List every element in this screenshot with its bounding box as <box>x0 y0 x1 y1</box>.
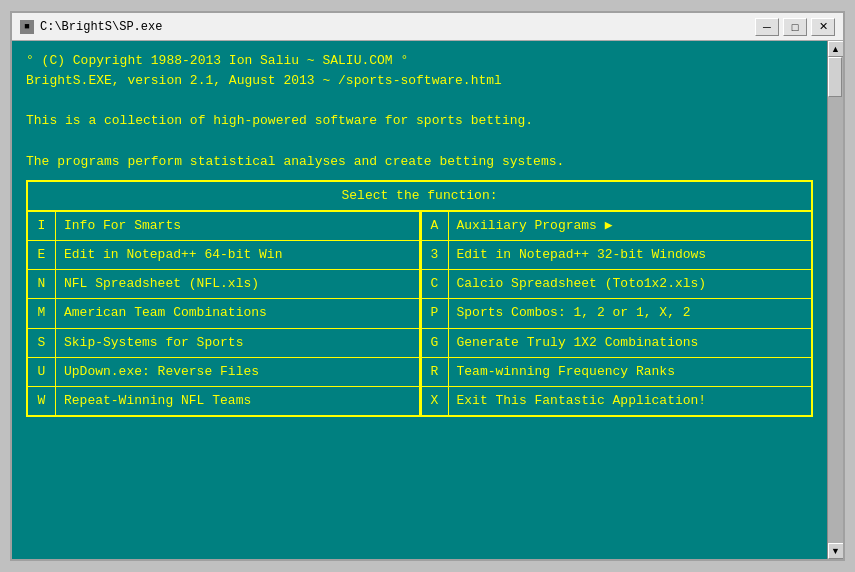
title-bar-left: ■ C:\BrightS\SP.exe <box>20 20 162 34</box>
menu-label-generate[interactable]: Generate Truly 1X2 Combinations <box>449 329 812 357</box>
menu-label-exit[interactable]: Exit This Fantastic Application! <box>449 387 812 415</box>
menu-label-nfl[interactable]: NFL Spreadsheet (NFL.xls) <box>56 270 419 298</box>
menu-label-american[interactable]: American Team Combinations <box>56 299 419 327</box>
menu-key-G[interactable]: G <box>421 329 449 357</box>
menu-box: Select the function: I Info For Smarts A… <box>26 180 813 417</box>
menu-label-info[interactable]: Info For Smarts <box>56 212 419 240</box>
menu-label-skip[interactable]: Skip-Systems for Sports <box>56 329 419 357</box>
close-button[interactable]: ✕ <box>811 18 835 36</box>
blank-line1 <box>26 91 813 111</box>
menu-row-6: W Repeat-Winning NFL Teams X Exit This F… <box>28 387 811 415</box>
collection-line: This is a collection of high-powered sof… <box>26 111 813 131</box>
copyright-line: ° (C) Copyright 1988-2013 Ion Saliu ~ SA… <box>26 51 813 71</box>
menu-key-P[interactable]: P <box>421 299 449 327</box>
menu-key-M[interactable]: M <box>28 299 56 327</box>
window-title: C:\BrightS\SP.exe <box>40 20 162 34</box>
version-line: BrightS.EXE, version 2.1, August 2013 ~ … <box>26 71 813 91</box>
scroll-track[interactable] <box>828 57 843 543</box>
menu-key-W[interactable]: W <box>28 387 56 415</box>
menu-row-1: E Edit in Notepad++ 64-bit Win 3 Edit in… <box>28 241 811 270</box>
menu-row-0: I Info For Smarts A Auxiliary Programs ▶ <box>28 212 811 241</box>
menu-label-auxiliary[interactable]: Auxiliary Programs ▶ <box>449 212 812 240</box>
scroll-down-button[interactable]: ▼ <box>828 543 844 559</box>
menu-key-R[interactable]: R <box>421 358 449 386</box>
maximize-button[interactable]: □ <box>783 18 807 36</box>
scrollbar[interactable]: ▲ ▼ <box>827 41 843 559</box>
programs-line: The programs perform statistical analyse… <box>26 152 813 172</box>
title-bar-controls: ─ □ ✕ <box>755 18 835 36</box>
window-content: ° (C) Copyright 1988-2013 Ion Saliu ~ SA… <box>12 41 843 559</box>
menu-row-5: U UpDown.exe: Reverse Files R Team-winni… <box>28 358 811 387</box>
menu-row-4: S Skip-Systems for Sports G Generate Tru… <box>28 329 811 358</box>
menu-row-2: N NFL Spreadsheet (NFL.xls) C Calcio Spr… <box>28 270 811 299</box>
menu-key-A[interactable]: A <box>421 212 449 240</box>
menu-label-calcio[interactable]: Calcio Spreadsheet (Toto1x2.xls) <box>449 270 812 298</box>
menu-label-edit32[interactable]: Edit in Notepad++ 32-bit Windows <box>449 241 812 269</box>
window-icon: ■ <box>20 20 34 34</box>
minimize-button[interactable]: ─ <box>755 18 779 36</box>
menu-label-edit64[interactable]: Edit in Notepad++ 64-bit Win <box>56 241 419 269</box>
terminal-area: ° (C) Copyright 1988-2013 Ion Saliu ~ SA… <box>12 41 827 559</box>
menu-key-U[interactable]: U <box>28 358 56 386</box>
menu-key-N[interactable]: N <box>28 270 56 298</box>
blank-line2 <box>26 132 813 152</box>
title-bar: ■ C:\BrightS\SP.exe ─ □ ✕ <box>12 13 843 41</box>
menu-key-E[interactable]: E <box>28 241 56 269</box>
intro-block: ° (C) Copyright 1988-2013 Ion Saliu ~ SA… <box>26 51 813 172</box>
menu-key-C[interactable]: C <box>421 270 449 298</box>
menu-row-3: M American Team Combinations P Sports Co… <box>28 299 811 328</box>
menu-key-S[interactable]: S <box>28 329 56 357</box>
menu-key-3[interactable]: 3 <box>421 241 449 269</box>
menu-label-updown[interactable]: UpDown.exe: Reverse Files <box>56 358 419 386</box>
menu-label-sports-combos[interactable]: Sports Combos: 1, 2 or 1, X, 2 <box>449 299 812 327</box>
scroll-up-button[interactable]: ▲ <box>828 41 844 57</box>
menu-key-X[interactable]: X <box>421 387 449 415</box>
menu-key-I[interactable]: I <box>28 212 56 240</box>
menu-header: Select the function: <box>28 182 811 212</box>
menu-label-ranks[interactable]: Team-winning Frequency Ranks <box>449 358 812 386</box>
scroll-thumb[interactable] <box>828 57 842 97</box>
menu-label-repeat[interactable]: Repeat-Winning NFL Teams <box>56 387 419 415</box>
main-window: ■ C:\BrightS\SP.exe ─ □ ✕ ° (C) Copyrigh… <box>10 11 845 561</box>
